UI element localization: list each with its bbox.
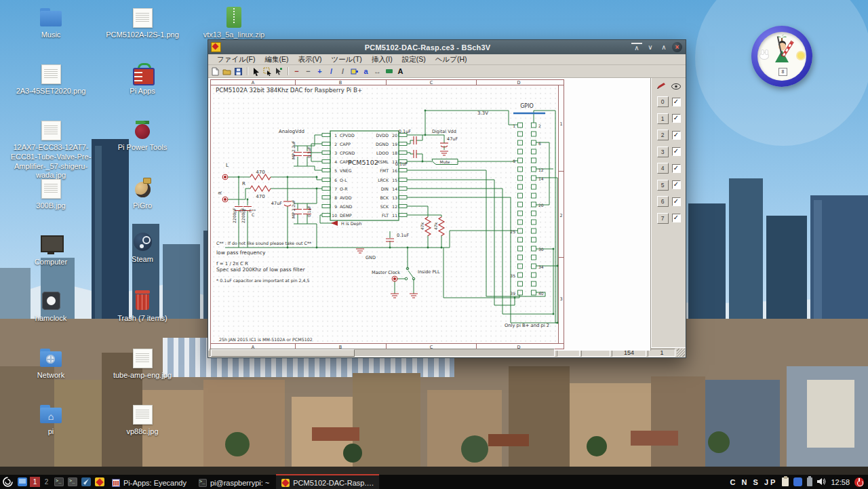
- desktop-icon-hamclock[interactable]: hamclock: [10, 290, 92, 324]
- svg-text:3: 3: [559, 296, 562, 302]
- desktop-icon-pcm5102a-i2s-1-png[interactable]: PCM5102A-I2S-1.png: [102, 7, 183, 40]
- task-bsch3v[interactable]: PCM5102-DAC-Rasp.…: [276, 474, 379, 489]
- taskbar-clock[interactable]: 12:58: [831, 478, 850, 486]
- menu-item-0[interactable]: ファイル(F): [212, 55, 260, 64]
- bsch3v-launcher-icon[interactable]: [95, 477, 104, 486]
- desktop-icon-tube-amp-eng-jpg[interactable]: tube-amp-eng.jpg: [102, 347, 183, 380]
- part-tool-icon[interactable]: [349, 66, 359, 76]
- line-tool-icon[interactable]: −: [292, 66, 302, 76]
- desktop-icon-300b-jpg[interactable]: 300B.jpg: [10, 178, 92, 211]
- layer-visible-checkbox-5[interactable]: ✓: [672, 180, 681, 189]
- editor-launcher-icon[interactable]: [81, 477, 91, 486]
- wire-tool-icon[interactable]: /: [326, 66, 336, 76]
- menu-item-1[interactable]: 編集(E): [260, 55, 293, 64]
- workspace-2[interactable]: 2: [41, 477, 52, 487]
- area-select-tool-icon[interactable]: [262, 66, 273, 76]
- power-icon[interactable]: [854, 477, 864, 487]
- schematic-title: PCM5102A 32bit 384Khz DAC for Raspberry …: [216, 87, 362, 94]
- task-terminal[interactable]: pi@raspberrypi: ~: [193, 474, 275, 489]
- resize-grip[interactable]: [677, 349, 685, 357]
- svg-text:C** : If do not like sound ple: C** : If do not like sound please take o…: [216, 241, 311, 246]
- menu-item-4[interactable]: 挿入(I): [367, 55, 397, 64]
- notification-icon[interactable]: [793, 477, 802, 486]
- desktop-icon-steam[interactable]: Steam: [102, 231, 183, 265]
- shade-button[interactable]: ∧: [631, 43, 642, 52]
- layer-row-0: 0✓: [657, 96, 681, 107]
- junction-tool-icon[interactable]: +: [315, 66, 325, 76]
- desktop-icon-pi[interactable]: ⌂pi: [10, 404, 92, 437]
- select-tool-icon[interactable]: [251, 66, 261, 76]
- layer-button-5[interactable]: 5: [657, 180, 669, 191]
- layer-visible-checkbox-0[interactable]: ✓: [672, 98, 681, 106]
- desktop-icon-trash[interactable]: Trash (7 items): [102, 290, 183, 324]
- terminal-launcher-icon[interactable]: [54, 477, 64, 486]
- layer-visible-checkbox-6[interactable]: ✓: [672, 197, 681, 206]
- desktop-icon-vtx13-5a-linux-zip[interactable]: vtx13_5a_linux.zip: [193, 7, 275, 40]
- desktop-icon-pi-apps[interactable]: Pi Apps: [102, 63, 183, 96]
- schematic-canvas[interactable]: AB CD AB CD 123 PCM5102A 32bit 384Khz DA…: [208, 78, 651, 351]
- flower-icon: [797, 52, 804, 59]
- layer-visible-checkbox-3[interactable]: ✓: [672, 147, 681, 156]
- layer-visible-checkbox-1[interactable]: ✓: [672, 114, 681, 123]
- bus-line-tool-icon[interactable]: /: [338, 66, 348, 76]
- open-file-icon[interactable]: [222, 66, 232, 76]
- desktop-icon-pi-power-tools[interactable]: Pi Power Tools: [102, 119, 183, 153]
- desktop-icon-network[interactable]: Network: [10, 347, 92, 380]
- move-tool-icon[interactable]: [274, 66, 284, 76]
- layer-visible-checkbox-7[interactable]: ✓: [672, 214, 681, 222]
- pencil-icon[interactable]: [656, 80, 665, 92]
- connector-tool-icon[interactable]: ↔: [372, 66, 382, 76]
- layer-visible-checkbox-2[interactable]: ✓: [672, 131, 681, 140]
- svg-text:14: 14: [392, 187, 397, 191]
- layer-button-4[interactable]: 4: [657, 163, 669, 174]
- svg-text:2200pF: 2200pF: [232, 208, 237, 223]
- desktop-icon-pigro[interactable]: PiGro: [102, 178, 183, 211]
- window-titlebar[interactable]: PCM5102-DAC-Rasp.ce3 - BSch3V ∧ ∨ ∧ ×: [208, 40, 686, 54]
- desktop-icon-vp88c-jpg[interactable]: vp88c.jpg: [102, 404, 183, 437]
- app-menu-icon[interactable]: [2, 476, 14, 488]
- svg-text:13: 13: [392, 195, 397, 200]
- menu-item-5[interactable]: 設定(S): [397, 55, 431, 64]
- menu-item-2[interactable]: 表示(V): [293, 55, 326, 64]
- show-desktop-icon[interactable]: [18, 477, 27, 486]
- layer-button-3[interactable]: 3: [657, 146, 669, 157]
- desktop-icon-music[interactable]: Music: [10, 7, 92, 40]
- horizontal-scrollbar[interactable]: [210, 349, 555, 357]
- task-pi-apps[interactable]: Pi-Apps: Eyecandy: [106, 474, 192, 489]
- desktop-icon-label: 12AX7-ECC83-12AT7-ECC81-Tube-Valve-Pre-A…: [0, 143, 102, 180]
- eye-icon[interactable]: [671, 80, 681, 92]
- svg-text:R: R: [242, 181, 245, 187]
- workspace-1[interactable]: 1: [30, 477, 40, 487]
- file-manager-launcher-icon[interactable]: [68, 477, 77, 486]
- clipboard-icon[interactable]: [782, 477, 789, 486]
- minimize-button[interactable]: ∨: [645, 42, 656, 52]
- layer-visible-checkbox-4[interactable]: ✓: [672, 164, 681, 173]
- desktop-icon-2a3-45set2020-png[interactable]: 2A3-45SET2020.png: [10, 63, 92, 96]
- anime-clock-widget[interactable]: 8: [751, 26, 812, 87]
- svg-text:DVDD: DVDD: [376, 133, 389, 138]
- input-method-indicator[interactable]: C N S JP: [730, 478, 778, 486]
- text-tool-icon[interactable]: A: [395, 66, 406, 76]
- new-file-icon[interactable]: [210, 66, 220, 76]
- menu-item-3[interactable]: ツール(T): [326, 55, 366, 64]
- layer-button-0[interactable]: 0: [657, 96, 669, 107]
- layer-button-1[interactable]: 1: [657, 113, 669, 124]
- layer-button-6[interactable]: 6: [657, 196, 669, 207]
- svg-text:O-L: O-L: [340, 178, 347, 182]
- maximize-button[interactable]: ∧: [658, 42, 669, 52]
- net-flag-tool-icon[interactable]: [384, 66, 394, 76]
- desktop-icon-computer[interactable]: Computer: [10, 234, 92, 267]
- battery-icon[interactable]: [807, 477, 812, 486]
- layer-button-7[interactable]: 7: [657, 213, 669, 224]
- menu-item-6[interactable]: ヘルプ(H): [431, 55, 472, 64]
- desktop-icon-tube-preamp-jpg[interactable]: 12AX7-ECC83-12AT7-ECC81-Tube-Valve-Pre-A…: [0, 119, 102, 180]
- close-button[interactable]: ×: [672, 42, 682, 52]
- save-icon[interactable]: [233, 66, 243, 76]
- dashed-line-tool-icon[interactable]: −: [303, 66, 313, 76]
- volume-icon[interactable]: [817, 476, 826, 488]
- layer-button-2[interactable]: 2: [657, 130, 669, 140]
- svg-text:DEMP: DEMP: [340, 213, 352, 218]
- scrollbar-thumb[interactable]: [211, 349, 355, 357]
- label-tool-icon[interactable]: a: [361, 66, 371, 76]
- sheet-number-value: 1: [648, 349, 675, 357]
